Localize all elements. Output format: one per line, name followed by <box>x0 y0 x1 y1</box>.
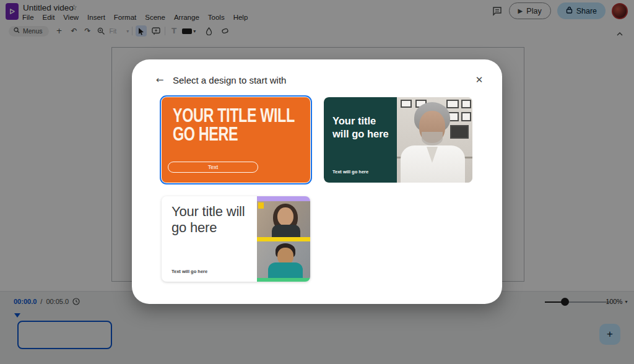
photo-detail <box>277 207 293 226</box>
photo-speaker-man <box>397 97 472 183</box>
screen: Untitled video ☆ File Edit View Insert F… <box>0 0 634 364</box>
card-title: Your title will go here <box>172 204 245 236</box>
photo-smiling-man <box>257 241 310 278</box>
photo-detail <box>258 202 264 209</box>
photo-detail <box>446 100 459 108</box>
design-card-teal-video[interactable]: Your title will go here Text will go her… <box>324 97 472 183</box>
photo-detail <box>461 100 471 108</box>
accent-bar-green <box>257 278 310 282</box>
card-text-panel: Your title will go here Text will go her… <box>324 97 397 183</box>
photo-detail <box>272 225 300 237</box>
photo-detail <box>450 125 469 139</box>
text-pill-button: Text <box>168 162 258 173</box>
photo-detail <box>401 100 412 108</box>
card-title: Your title will go here <box>332 115 389 141</box>
accent-bar-purple <box>257 196 310 201</box>
close-icon[interactable]: ✕ <box>471 72 487 88</box>
select-design-dialog: ← Select a design to start with ✕ YOUR T… <box>132 59 502 304</box>
photo-detail <box>422 132 443 145</box>
photo-smiling-woman <box>257 201 310 237</box>
card-caption: Text will go here <box>332 169 368 175</box>
photo-collage-strip <box>257 196 310 282</box>
photo-detail <box>268 262 303 278</box>
back-arrow-icon[interactable]: ← <box>152 72 168 88</box>
design-card-light-collage[interactable]: Your title will go here Text will go her… <box>162 196 310 282</box>
dialog-title: Select a design to start with <box>173 75 286 85</box>
card-caption: Text will go here <box>172 269 207 274</box>
design-card-orange[interactable]: YOUR TITLE WILL GO HERE Text <box>162 97 310 183</box>
dialog-header: ← Select a design to start with ✕ <box>152 72 487 88</box>
card-title: YOUR TITLE WILL GO HERE <box>173 106 295 143</box>
photo-detail <box>461 112 471 121</box>
accent-bar-yellow <box>257 237 310 241</box>
